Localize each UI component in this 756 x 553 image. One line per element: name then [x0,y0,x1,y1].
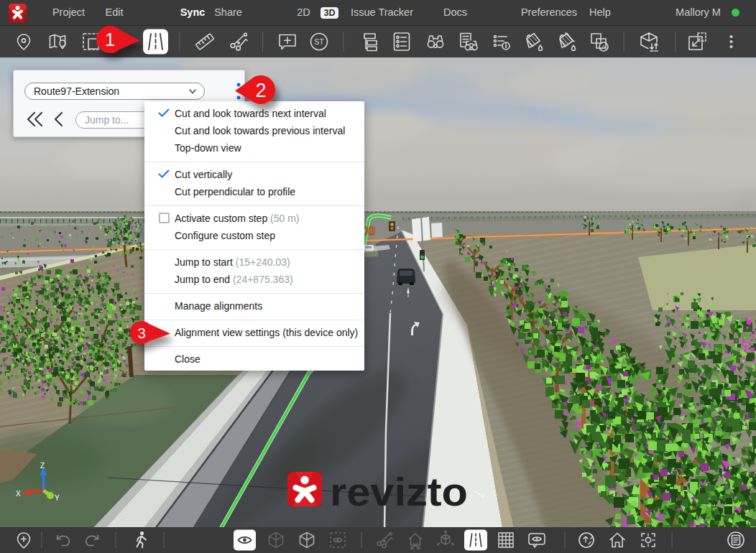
svg-text:1: 1 [105,29,115,50]
svg-text:2: 2 [255,80,266,101]
svg-text:3: 3 [137,325,146,341]
